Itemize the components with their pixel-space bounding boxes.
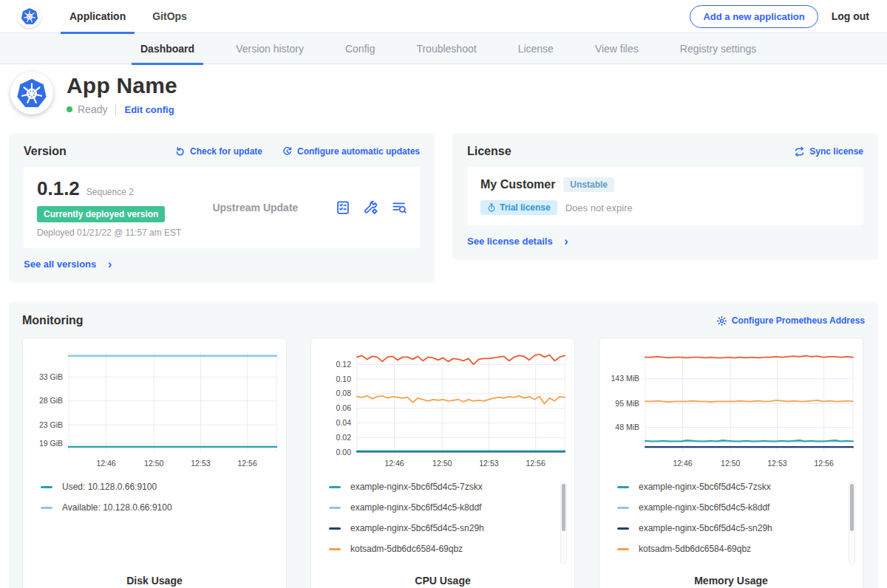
svg-text:12:46: 12:46 bbox=[96, 459, 115, 468]
topnav-tab-application[interactable]: Application bbox=[61, 0, 135, 33]
app-icon bbox=[10, 72, 53, 114]
monitoring-title: Monitoring bbox=[22, 314, 84, 327]
svg-text:0.04: 0.04 bbox=[336, 418, 352, 427]
current-version-panel: 0.1.2 Sequence 2 Currently deployed vers… bbox=[24, 167, 420, 248]
version-number: 0.1.2 bbox=[37, 177, 80, 200]
sync-license-label: Sync license bbox=[809, 146, 863, 157]
topnav-tab-gitops[interactable]: GitOps bbox=[143, 0, 196, 33]
svg-text:28 GiB: 28 GiB bbox=[39, 396, 63, 405]
cards-row: Version Check for update Configure autom… bbox=[0, 127, 887, 283]
currently-deployed-badge: Currently deployed version bbox=[37, 206, 165, 222]
gear-icon bbox=[716, 315, 727, 327]
preflight-checks-icon[interactable] bbox=[364, 200, 378, 215]
see-license-details-link[interactable]: See license details › bbox=[467, 236, 863, 247]
license-panel: My Customer Unstable Trial license Does … bbox=[467, 167, 863, 225]
sync-icon bbox=[794, 146, 805, 157]
trial-license-label: Trial license bbox=[500, 202, 551, 213]
legend-label: Available: 10.128.0.66:9100 bbox=[62, 502, 172, 513]
svg-text:33 GiB: 33 GiB bbox=[39, 372, 63, 381]
svg-text:143 MiB: 143 MiB bbox=[611, 374, 639, 383]
legend-label: example-nginx-5bc6f5d4c5-k8ddf bbox=[639, 502, 769, 513]
subnav-tab-registry-settings[interactable]: Registry settings bbox=[671, 33, 765, 64]
configure-prometheus-label: Configure Prometheus Address bbox=[732, 315, 865, 326]
legend-item: example-nginx-5bc6f5d4c5-sn29h bbox=[617, 523, 842, 533]
svg-text:0.00: 0.00 bbox=[336, 448, 352, 457]
subnav-tab-license[interactable]: License bbox=[509, 33, 563, 64]
configure-prometheus-button[interactable]: Configure Prometheus Address bbox=[716, 315, 865, 327]
logout-button[interactable]: Log out bbox=[832, 10, 869, 22]
subnav-tab-troubleshoot[interactable]: Troubleshoot bbox=[407, 33, 485, 64]
svg-text:12:46: 12:46 bbox=[384, 459, 404, 468]
legend-dash-icon bbox=[41, 507, 52, 509]
app-name: App Name bbox=[67, 73, 177, 98]
svg-text:95 MiB: 95 MiB bbox=[615, 399, 639, 408]
kots-admin-console: ApplicationGitOps Add a new application … bbox=[0, 0, 887, 588]
legend-label: example-nginx-5bc6f5d4c5-sn29h bbox=[350, 523, 484, 533]
deploy-logs-icon[interactable] bbox=[392, 200, 407, 215]
see-all-versions-link[interactable]: See all versions › bbox=[24, 259, 420, 270]
subnav-tab-config[interactable]: Config bbox=[336, 33, 384, 64]
svg-text:12:53: 12:53 bbox=[767, 459, 786, 468]
svg-text:12:50: 12:50 bbox=[721, 459, 740, 468]
topnav-right: Add a new application Log out bbox=[690, 5, 869, 28]
legend-scrollbar-thumb[interactable] bbox=[850, 484, 854, 531]
svg-text:12:53: 12:53 bbox=[191, 459, 210, 468]
app-status: Ready bbox=[78, 103, 107, 115]
legend-label: example-nginx-5bc6f5d4c5-7zskx bbox=[639, 482, 771, 492]
channel-badge: Unstable bbox=[563, 177, 614, 192]
license-expiry: Does not expire bbox=[565, 202, 633, 213]
legend-label: example-nginx-5bc6f5d4c5-7zskx bbox=[350, 482, 483, 492]
svg-text:0.02: 0.02 bbox=[336, 433, 352, 442]
trial-license-badge: Trial license bbox=[480, 200, 557, 215]
legend-label: kotsadm-5db6dc6584-69qbz bbox=[639, 544, 751, 554]
svg-text:12:56: 12:56 bbox=[526, 459, 546, 468]
legend-label: example-nginx-5bc6f5d4c5-k8ddf bbox=[350, 502, 481, 513]
version-source: Upstream Update bbox=[212, 202, 298, 213]
svg-text:12:46: 12:46 bbox=[673, 459, 692, 468]
svg-text:12:56: 12:56 bbox=[238, 459, 257, 468]
license-card-title: License bbox=[467, 145, 512, 158]
subnav-tab-dashboard[interactable]: Dashboard bbox=[132, 33, 203, 64]
legend-dash-icon bbox=[617, 548, 629, 550]
refresh-icon bbox=[174, 146, 186, 157]
version-card-title: Version bbox=[24, 145, 67, 158]
auto-update-clock-icon bbox=[282, 146, 293, 157]
legend-item: example-nginx-5bc6f5d4c5-k8ddf bbox=[617, 502, 842, 513]
svg-text:12:50: 12:50 bbox=[432, 459, 452, 468]
deployed-timestamp: Deployed 01/21/22 @ 11:57 am EST bbox=[37, 228, 181, 238]
svg-text:0.10: 0.10 bbox=[336, 375, 352, 383]
legend-label: kotsadm-5db6dc6584-69qbz bbox=[350, 544, 463, 554]
chart-title: Memory Usage bbox=[605, 575, 857, 587]
legend-item: example-nginx-5bc6f5d4c5-sn29h bbox=[329, 523, 554, 533]
svg-text:12:50: 12:50 bbox=[144, 459, 163, 468]
version-sequence: Sequence 2 bbox=[86, 187, 134, 197]
legend-dash-icon bbox=[329, 548, 341, 550]
legend-dash-icon bbox=[329, 527, 341, 530]
app-header: App Name Ready Edit config bbox=[0, 64, 887, 127]
see-all-versions-label: See all versions bbox=[24, 259, 96, 270]
configure-automatic-updates-button[interactable]: Configure automatic updates bbox=[282, 146, 420, 157]
cpu-usage-card: 12:4612:5012:5312:560.120.100.080.060.04… bbox=[310, 338, 575, 588]
svg-text:48 MiB: 48 MiB bbox=[615, 423, 639, 431]
top-nav: ApplicationGitOps Add a new application … bbox=[0, 0, 887, 33]
svg-text:12:53: 12:53 bbox=[479, 459, 498, 468]
legend-item: example-nginx-5bc6f5d4c5-7zskx bbox=[329, 482, 554, 492]
version-card: Version Check for update Configure autom… bbox=[9, 133, 435, 283]
legend-scrollbar-thumb[interactable] bbox=[562, 484, 565, 531]
add-application-button[interactable]: Add a new application bbox=[690, 5, 818, 28]
topnav-tabs: ApplicationGitOps bbox=[61, 0, 205, 33]
kubernetes-logo-icon bbox=[18, 4, 41, 28]
license-card: License Sync license My Customer Unstabl… bbox=[452, 133, 878, 260]
divider bbox=[115, 104, 116, 115]
svg-text:23 GiB: 23 GiB bbox=[39, 420, 63, 429]
chart-title: CPU Usage bbox=[317, 575, 568, 587]
svg-text:0.12: 0.12 bbox=[336, 360, 352, 369]
chevron-right-icon: › bbox=[108, 261, 112, 268]
sync-license-button[interactable]: Sync license bbox=[794, 146, 863, 157]
subnav-tab-view-files[interactable]: View files bbox=[586, 33, 648, 64]
disk-usage-card: 12:4612:5012:5312:5633 GiB28 GiB23 GiB19… bbox=[22, 338, 287, 588]
subnav-tab-version-history[interactable]: Version history bbox=[227, 33, 313, 64]
edit-config-link[interactable]: Edit config bbox=[124, 104, 174, 115]
check-for-update-button[interactable]: Check for update bbox=[174, 146, 262, 157]
release-notes-icon[interactable] bbox=[336, 200, 350, 215]
